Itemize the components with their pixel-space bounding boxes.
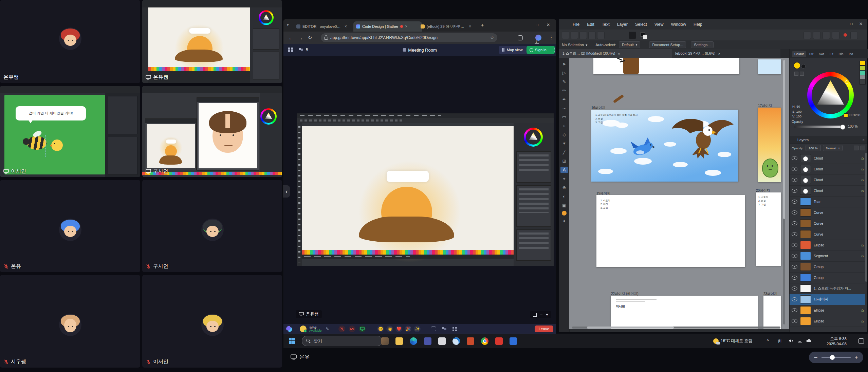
background-color-dot[interactable] [801, 64, 806, 69]
zoom-tool-icon[interactable]: ⊕ [560, 184, 568, 191]
scrollbar-thumb[interactable] [783, 60, 785, 219]
tab-search-chevron-icon[interactable] [287, 23, 289, 27]
pen-settings-icon[interactable] [850, 32, 858, 39]
panel-toggle-icon-4[interactable] [832, 32, 839, 39]
document-tab-storyboard[interactable]: 1-스토리… (2) [Modified] (30.4%) [559, 49, 678, 58]
visibility-eye-icon[interactable] [792, 189, 797, 193]
layer-row[interactable]: Group [790, 261, 865, 273]
layer-row[interactable]: Cloudfx [790, 153, 865, 164]
layer-row[interactable]: Segmentfx [790, 250, 865, 262]
page-22[interactable]: 저서명 [611, 296, 758, 329]
chat-icon[interactable] [431, 327, 436, 331]
swatch[interactable] [860, 61, 866, 66]
toolbar-icon-5[interactable] [597, 32, 605, 39]
visibility-eye-icon[interactable] [792, 243, 797, 247]
emote-smile-button[interactable]: 😊 [377, 326, 384, 332]
extensions-icon[interactable] [518, 35, 523, 40]
page-20[interactable]: 1. 스토리 2. 배경 3. 그림 [756, 192, 781, 266]
cloud-icon[interactable] [806, 339, 812, 343]
toolbar-icon-2[interactable] [571, 32, 578, 39]
browser-tab-editor[interactable]: EDITOR - onyulove0529@... [294, 21, 357, 32]
browser-tab-gather[interactable]: Code Design | Gather [353, 21, 422, 32]
document-tab-ebook[interactable]: [eBook] 29 아보… (8.6%) [672, 49, 780, 58]
panel-toggle-icon-1[interactable] [804, 32, 811, 39]
reload-button[interactable] [305, 35, 315, 41]
taskbar-search[interactable]: 찾기 [302, 336, 383, 346]
mic-button[interactable] [338, 326, 345, 332]
map-view-button[interactable]: Map view [499, 46, 530, 54]
ime-indicator[interactable]: 한 [778, 338, 782, 344]
auto-select-dropdown[interactable]: Default [619, 41, 640, 48]
screenshare-button[interactable] [359, 326, 366, 332]
menu-select[interactable]: Select [635, 22, 647, 27]
visibility-eye-icon[interactable] [792, 276, 797, 280]
opacity-slider[interactable] [794, 126, 845, 128]
taskbar-icon-edge[interactable] [410, 337, 417, 345]
layer-opacity-box[interactable]: 100 % [806, 145, 821, 151]
layer-row[interactable]: Ellipsefx [790, 316, 865, 327]
share-zoom-out-icon[interactable] [540, 312, 542, 317]
line-tool-icon[interactable]: ╱ [560, 149, 568, 155]
docker-tab-his[interactable]: His [837, 51, 846, 57]
video-tile-onyu[interactable]: 온유 [0, 180, 140, 272]
docker-tab-fit[interactable]: Fit [828, 51, 835, 57]
selection-chevron-icon[interactable] [586, 43, 587, 47]
curve-tool-icon[interactable]: ∼ [560, 105, 568, 111]
docker-tab-colour[interactable]: Colour [792, 51, 806, 57]
editor-minimize-button[interactable] [838, 21, 845, 26]
menu-text[interactable]: Text [602, 22, 610, 27]
layer-row[interactable]: 1. 스토리:독수리가 자... [790, 283, 865, 294]
blend-mode-dropdown[interactable]: Normal [823, 145, 843, 151]
settings-gear-icon[interactable] [629, 32, 636, 39]
vertical-scrollbar[interactable] [783, 60, 785, 324]
docker-tab-swt[interactable]: Swt [817, 51, 826, 57]
profile-avatar[interactable] [535, 35, 541, 41]
horizontal-scrollbar[interactable] [572, 327, 780, 329]
pen-tool-icon[interactable]: ✎ [560, 78, 568, 85]
taskbar-icon-document-app[interactable] [438, 337, 446, 345]
layer-row[interactable]: Ellipsefx [790, 305, 865, 316]
layer-row[interactable]: Cloudfx [790, 174, 865, 186]
sidebar-collapse-button[interactable]: ‹ [283, 185, 290, 198]
video-tile-gusieon[interactable]: 구시언 [142, 180, 282, 272]
color-triangle[interactable] [814, 78, 847, 112]
document-setup-button[interactable]: Document Setup... [649, 41, 686, 48]
layer-row[interactable]: Curve [790, 207, 865, 218]
toolbar-icon-1[interactable] [562, 32, 569, 39]
tab-close-icon[interactable] [345, 24, 347, 29]
layer-row[interactable]: Curve [790, 229, 865, 240]
editor-maximize-button[interactable] [848, 21, 855, 26]
color-wheel[interactable] [807, 72, 854, 118]
visibility-eye-icon[interactable] [792, 265, 797, 269]
page-23[interactable] [763, 296, 781, 329]
record-icon[interactable] [844, 33, 847, 37]
leave-button[interactable]: Leave [535, 326, 553, 332]
bookmark-star-icon[interactable] [490, 35, 494, 40]
visibility-eye-icon[interactable] [792, 254, 797, 258]
visibility-eye-icon[interactable] [792, 297, 797, 301]
add-layer-icon[interactable] [854, 146, 858, 150]
layer-row[interactable]: Group [790, 272, 865, 283]
address-bar[interactable]: app.gather.town/app/KLhLJ2VJ4RWlJcXq/Cod… [321, 33, 497, 42]
toolbar-icon-4[interactable] [588, 32, 596, 39]
editor-close-button[interactable] [857, 21, 864, 26]
video-tile-onyussaem-share[interactable]: 온유쌤 [142, 0, 282, 83]
video-tile-siussaem[interactable]: 시우쌤 [0, 275, 140, 368]
window-close-button[interactable] [547, 22, 550, 27]
window-minimize-button[interactable] [525, 22, 528, 27]
editor-canvas[interactable]: 16페이지 [569, 58, 789, 329]
document-tab-close-icon[interactable] [618, 52, 620, 56]
visibility-eye-icon[interactable] [792, 232, 797, 236]
expand-icon[interactable] [533, 313, 537, 317]
speaker-icon[interactable] [789, 339, 793, 343]
panel-toggle-icon-3[interactable] [823, 32, 830, 39]
network-icon[interactable] [797, 339, 802, 343]
shape-props-tool-icon[interactable]: ▣ [560, 202, 568, 208]
participants-panel-icon[interactable] [442, 327, 447, 331]
tray-expand-icon[interactable]: ^ [767, 338, 769, 343]
foreground-color-dot[interactable] [794, 62, 800, 69]
tab-close-icon[interactable] [469, 24, 471, 29]
swap-colors-icon[interactable] [794, 72, 798, 76]
taskbar-icon-krita[interactable] [453, 337, 460, 345]
taskbar-icon-photo[interactable] [381, 337, 389, 345]
